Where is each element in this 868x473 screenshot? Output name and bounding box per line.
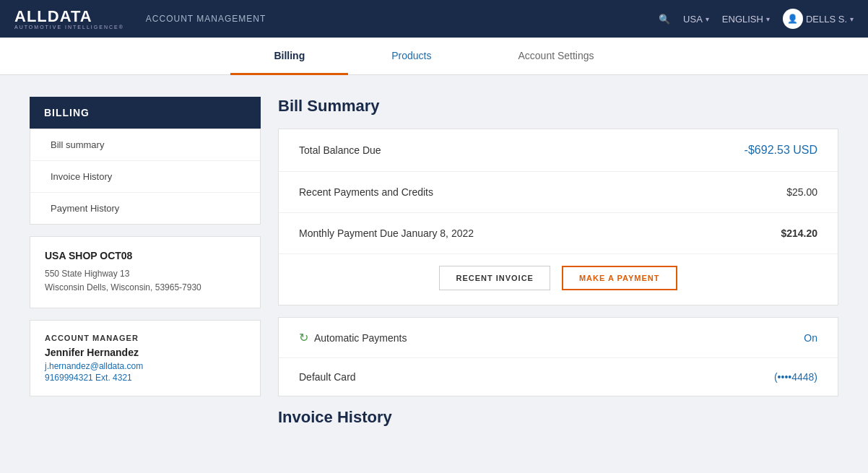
language-label: ENGLISH — [722, 14, 763, 25]
header-left: ALLDATA AUTOMOTIVE INTELLIGENCE® ACCOUNT… — [14, 9, 266, 30]
shop-card: USA SHOP OCT08 550 State Highway 13 Wisc… — [30, 236, 261, 308]
default-card-label: Default Card — [299, 371, 356, 383]
bill-card: Total Balance Due -$692.53 USD Recent Pa… — [278, 129, 838, 305]
tab-account-settings[interactable]: Account Settings — [474, 38, 637, 75]
total-balance-row: Total Balance Due -$692.53 USD — [279, 129, 838, 172]
region-chevron-icon: ▾ — [706, 15, 709, 23]
tab-billing[interactable]: Billing — [230, 38, 348, 75]
manager-name: Jennifer Hernandez — [45, 347, 246, 358]
sidebar-menu: Bill summary Invoice History Payment His… — [30, 129, 261, 225]
logo-sub: AUTOMOTIVE INTELLIGENCE® — [14, 25, 124, 30]
automatic-payments-text: Automatic Payments — [314, 332, 407, 344]
user-chevron-icon: ▾ — [850, 15, 854, 23]
region-selector[interactable]: USA ▾ — [683, 14, 709, 25]
language-selector[interactable]: ENGLISH ▾ — [722, 14, 770, 25]
automatic-payments-value: On — [804, 332, 817, 344]
recent-payments-value: $25.00 — [786, 186, 817, 198]
manager-label: ACCOUNT MANAGER — [45, 334, 246, 342]
manager-email[interactable]: j.hernandez@alldata.com — [45, 361, 246, 371]
bill-summary-title: Bill Summary — [278, 97, 838, 116]
logo-text: ALLDATA — [14, 9, 124, 25]
sidebar-item-invoice-history[interactable]: Invoice History — [30, 161, 260, 193]
header-title: ACCOUNT MANAGEMENT — [146, 14, 266, 24]
language-chevron-icon: ▾ — [766, 15, 770, 23]
monthly-payment-row: Monthly Payment Due January 8, 2022 $214… — [279, 213, 838, 254]
main-panel: Bill Summary Total Balance Due -$692.53 … — [278, 97, 838, 427]
make-payment-button[interactable]: MAKE A PAYMENT — [562, 266, 677, 290]
automatic-payments-label: ↻ Automatic Payments — [299, 331, 407, 344]
main-nav: Billing Products Account Settings — [0, 38, 868, 75]
total-balance-label: Total Balance Due — [299, 144, 381, 156]
sidebar-billing-section: BILLING Bill summary Invoice History Pay… — [30, 97, 261, 225]
manager-card: ACCOUNT MANAGER Jennifer Hernandez j.her… — [30, 320, 261, 396]
bill-buttons: RECENT INVOICE MAKE A PAYMENT — [279, 254, 838, 305]
logo-area: ALLDATA AUTOMOTIVE INTELLIGENCE® — [14, 9, 124, 30]
user-menu[interactable]: 👤 DELLS S. ▾ — [783, 9, 854, 29]
sidebar-item-payment-history[interactable]: Payment History — [30, 193, 260, 224]
sidebar-billing-header: BILLING — [30, 97, 261, 129]
recent-payments-row: Recent Payments and Credits $25.00 — [279, 172, 838, 213]
sidebar: BILLING Bill summary Invoice History Pay… — [30, 97, 261, 427]
user-name: DELLS S. — [806, 14, 847, 25]
main-header: ALLDATA AUTOMOTIVE INTELLIGENCE® ACCOUNT… — [0, 0, 868, 38]
auto-pay-icon: ↻ — [299, 331, 308, 344]
automatic-payments-row: ↻ Automatic Payments On — [279, 318, 838, 358]
monthly-payment-value: $214.20 — [781, 227, 817, 239]
auto-payments-card: ↻ Automatic Payments On Default Card (••… — [278, 317, 838, 396]
tab-products[interactable]: Products — [348, 38, 474, 75]
recent-payments-label: Recent Payments and Credits — [299, 186, 433, 198]
header-right: 🔍 USA ▾ ENGLISH ▾ 👤 DELLS S. ▾ — [659, 9, 854, 29]
invoice-history-title: Invoice History — [278, 408, 838, 427]
manager-phone: 9169994321 Ext. 4321 — [45, 373, 246, 383]
search-icon[interactable]: 🔍 — [659, 14, 670, 25]
default-card-row: Default Card (••••4448) — [279, 358, 838, 396]
avatar: 👤 — [783, 9, 803, 29]
total-balance-value: -$692.53 USD — [745, 144, 817, 157]
default-card-value: (••••4448) — [774, 371, 817, 383]
monthly-payment-label: Monthly Payment Due January 8, 2022 — [299, 227, 474, 239]
recent-invoice-button[interactable]: RECENT INVOICE — [439, 266, 550, 290]
main-content: BILLING Bill summary Invoice History Pay… — [15, 75, 853, 448]
region-label: USA — [683, 14, 703, 25]
shop-address-line1: 550 State Highway 13 — [45, 267, 246, 281]
sidebar-item-bill-summary[interactable]: Bill summary — [30, 129, 260, 161]
shop-name: USA SHOP OCT08 — [45, 250, 246, 261]
shop-address-line2: Wisconsin Dells, Wisconsin, 53965-7930 — [45, 281, 246, 295]
